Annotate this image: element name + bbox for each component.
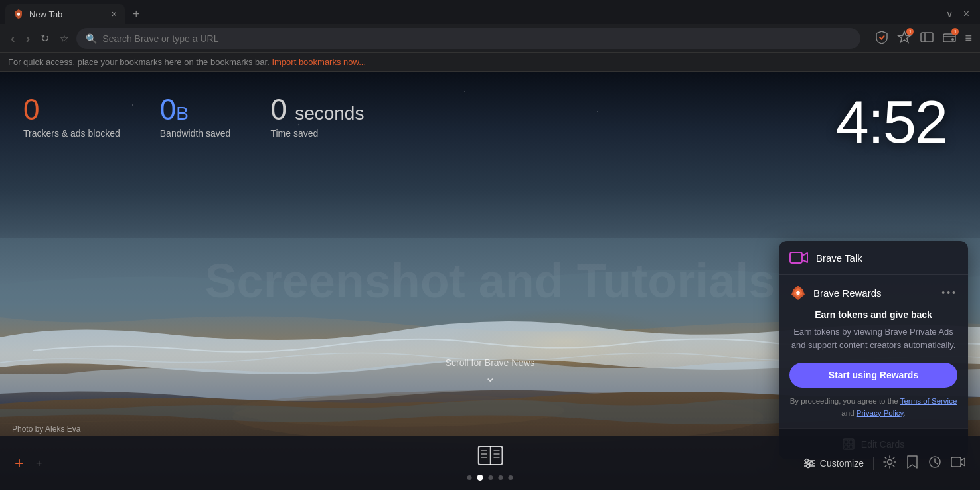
back-button[interactable]: ‹	[8, 29, 18, 47]
svg-point-37	[888, 460, 892, 465]
dot-3[interactable]	[489, 475, 493, 480]
browser-chrome: New Tab × + ∨ × ‹ › ↻ ☆ 🔍	[0, 0, 980, 72]
history-icon	[928, 455, 941, 469]
customize-button[interactable]: Customize	[803, 457, 864, 469]
toolbar: ‹ › ↻ ☆ 🔍 1	[0, 24, 980, 53]
bottom-divider-1	[873, 457, 874, 470]
scroll-chevron: ⌄	[446, 369, 535, 385]
bottom-icon-row: +	[36, 457, 42, 469]
rewards-header: Brave Rewards •••	[789, 284, 957, 301]
divider-line	[866, 32, 866, 45]
rewards-button[interactable]: 1	[897, 30, 912, 46]
video-bottom-button[interactable]	[951, 456, 965, 470]
bottom-left-area: + +	[15, 455, 42, 471]
settings-icon	[883, 455, 896, 469]
tab-close-btn[interactable]: ×	[112, 9, 117, 19]
rewards-subtitle: Earn tokens and give back	[789, 309, 957, 320]
tab-strip-extra[interactable]: ∨	[946, 9, 953, 19]
new-tab-button[interactable]: +	[127, 6, 145, 23]
svg-point-36	[806, 464, 809, 467]
svg-point-35	[809, 461, 813, 465]
toolbar-right-icons: 1 1 ≡	[866, 30, 972, 46]
active-tab[interactable]: New Tab ×	[5, 4, 125, 24]
history-bottom-button[interactable]	[928, 455, 941, 471]
tab-bar: New Tab × + ∨ ×	[0, 0, 980, 24]
bottom-center-area	[467, 446, 513, 481]
clock-display: 4:52	[836, 88, 947, 157]
bottom-bar: + +	[0, 436, 980, 490]
bottom-add-btn[interactable]: +	[15, 455, 24, 471]
dots-indicator	[467, 475, 513, 481]
svg-point-4	[951, 38, 954, 41]
rewards-menu-btn[interactable]: •••	[941, 287, 957, 298]
forward-button[interactable]: ›	[23, 29, 33, 47]
svg-rect-1	[921, 33, 933, 42]
customize-label: Customize	[820, 458, 864, 469]
bookmarks-bar-text: For quick access, place your bookmarks h…	[8, 57, 270, 67]
brave-rewards-icon	[789, 284, 807, 301]
bandwidth-label: Bandwidth saved	[160, 128, 231, 139]
wallet-badge: 1	[951, 28, 959, 35]
time-stat: 0 seconds Time saved	[270, 95, 364, 139]
rewards-badge: 1	[906, 28, 914, 35]
dot-1[interactable]	[467, 475, 472, 480]
sidebar-toggle-button[interactable]	[920, 30, 934, 46]
tab-favicon	[13, 9, 24, 19]
time-unit: seconds	[295, 103, 364, 123]
dot-4[interactable]	[499, 475, 503, 480]
video-icon	[951, 456, 965, 468]
settings-button[interactable]	[883, 455, 896, 471]
brave-shield-button[interactable]	[874, 30, 889, 46]
privacy-link[interactable]: Privacy Policy	[857, 409, 904, 417]
svg-rect-14	[790, 252, 802, 263]
tos-link[interactable]: Terms of Service	[900, 397, 957, 405]
customize-icon	[803, 457, 816, 469]
svg-point-34	[805, 459, 808, 462]
trackers-label: Trackers & ads blocked	[23, 128, 120, 139]
wallet-button[interactable]: 1	[942, 30, 957, 46]
url-input[interactable]	[102, 33, 851, 44]
brave-talk-row[interactable]: Brave Talk	[779, 241, 968, 275]
brave-rewards-label: Brave Rewards	[813, 287, 935, 299]
tab-title: New Tab	[29, 9, 62, 19]
trackers-value: 0	[23, 95, 120, 124]
svg-rect-39	[951, 457, 961, 467]
import-bookmarks-link[interactable]: Import bookmarks now...	[272, 57, 366, 67]
start-rewards-button[interactable]: Start using Rewards	[789, 363, 957, 388]
svg-point-8	[464, 91, 465, 92]
reload-button[interactable]: ↻	[38, 31, 52, 46]
rewards-tos: By proceeding, you agree to the Terms of…	[789, 396, 957, 419]
trackers-stat: 0 Trackers & ads blocked	[23, 95, 120, 139]
bookmark-star-button[interactable]: ☆	[57, 31, 71, 46]
address-bar[interactable]: 🔍	[76, 28, 860, 49]
brave-rewards-section: Brave Rewards ••• Earn tokens and give b…	[779, 275, 968, 428]
scroll-news-indicator[interactable]: Scroll for Brave News ⌄	[446, 357, 535, 385]
time-value: 0 seconds	[270, 95, 364, 124]
bandwidth-value: 0B	[160, 95, 231, 124]
sidebar-icon	[920, 30, 934, 44]
brave-talk-icon	[789, 250, 808, 265]
bookmarks-bottom-button[interactable]	[906, 455, 919, 471]
stats-overlay: 0 Trackers & ads blocked 0B Bandwidth sa…	[23, 95, 364, 139]
main-content: Screenshot and Tutorials 0 Trackers & ad…	[0, 72, 980, 490]
window-close-btn[interactable]: ×	[958, 8, 975, 20]
bottom-right-area: Customize	[803, 455, 965, 471]
time-label: Time saved	[270, 128, 364, 139]
svg-point-9	[597, 111, 598, 112]
bookmarks-bar: For quick access, place your bookmarks h…	[0, 53, 980, 72]
dot-5[interactable]	[509, 475, 513, 480]
search-icon: 🔍	[86, 33, 97, 44]
menu-button[interactable]: ≡	[965, 31, 972, 45]
bandwidth-stat: 0B Bandwidth saved	[160, 95, 231, 139]
rewards-description: Earn tokens by viewing Brave Private Ads…	[789, 325, 957, 352]
cards-widget: Brave Talk Brave Rewards ••• Earn tokens…	[779, 241, 968, 459]
bottom-icon-1[interactable]: +	[36, 457, 42, 469]
dot-2-active[interactable]	[477, 475, 483, 481]
scroll-news-label: Scroll for Brave News	[446, 357, 535, 368]
bandwidth-unit: B	[176, 103, 189, 123]
reader-icon[interactable]	[477, 446, 503, 468]
bookmarks-icon	[906, 455, 919, 469]
shield-icon	[874, 30, 889, 44]
brave-talk-label: Brave Talk	[816, 252, 862, 264]
photo-credit: Photo by Aleks Eva	[12, 424, 80, 434]
